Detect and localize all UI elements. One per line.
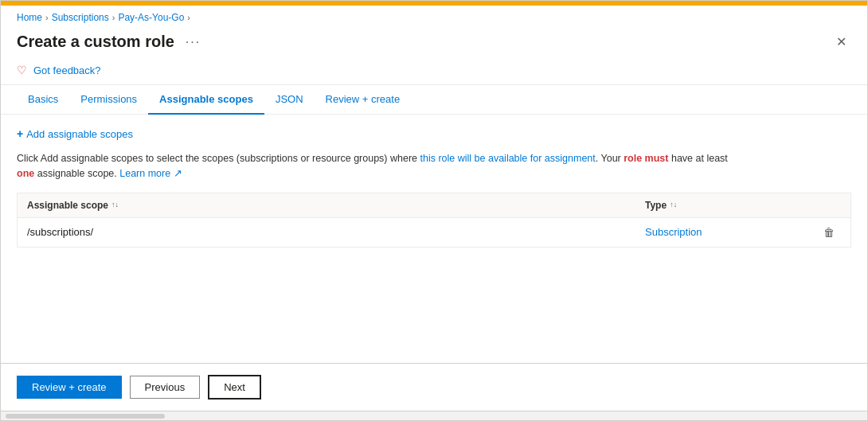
td-scope: /subscriptions/: [18, 218, 635, 247]
th-type: Type ↑↓: [635, 193, 811, 217]
info-text: Click Add assignable scopes to select th…: [17, 151, 733, 181]
header-left: Create a custom role ···: [17, 33, 204, 51]
feedback-bar: ♡ Got feedback?: [1, 59, 867, 84]
breadcrumb-sep-2: ›: [112, 13, 115, 22]
info-highlight-red1: role must: [624, 153, 668, 164]
scrollbar-track: [6, 414, 165, 419]
tabs-bar: Basics Permissions Assignable scopes JSO…: [1, 85, 867, 115]
tab-basics[interactable]: Basics: [17, 85, 69, 115]
td-type: Subscription: [635, 218, 811, 247]
previous-button[interactable]: Previous: [130, 376, 201, 399]
delete-row-button[interactable]: 🗑: [820, 224, 838, 240]
breadcrumb: Home › Subscriptions › Pay-As-You-Go ›: [1, 6, 867, 28]
table-header: Assignable scope ↑↓ Type ↑↓: [18, 193, 850, 218]
breadcrumb-sep-1: ›: [45, 13, 49, 22]
sort-icon-scope[interactable]: ↑↓: [111, 202, 119, 207]
info-highlight-blue: this role will be available for assignme…: [420, 153, 596, 164]
breadcrumb-home[interactable]: Home: [17, 12, 42, 23]
info-text-part4: assignable scope.: [34, 168, 119, 179]
review-create-button[interactable]: Review + create: [17, 376, 122, 399]
horizontal-scrollbar[interactable]: [1, 411, 867, 420]
th-actions: [811, 193, 850, 217]
tab-assignable-scopes[interactable]: Assignable scopes: [148, 85, 264, 115]
page-title: Create a custom role: [17, 33, 174, 51]
next-button[interactable]: Next: [208, 375, 261, 400]
breadcrumb-sep-3: ›: [187, 13, 190, 22]
info-highlight-red2: one: [17, 168, 34, 179]
heart-icon: ♡: [17, 64, 27, 76]
tab-permissions[interactable]: Permissions: [69, 85, 148, 115]
close-button[interactable]: ✕: [831, 31, 851, 53]
footer: Review + create Previous Next: [1, 363, 867, 411]
th-scope: Assignable scope ↑↓: [18, 193, 635, 217]
main-window: Home › Subscriptions › Pay-As-You-Go › C…: [0, 0, 868, 421]
add-scope-label: Add assignable scopes: [26, 128, 133, 140]
info-text-part3: have at least: [668, 153, 727, 164]
table-row: /subscriptions/ Subscription 🗑: [18, 218, 850, 247]
add-assignable-scopes-button[interactable]: + Add assignable scopes: [17, 126, 133, 146]
td-delete: 🗑: [811, 218, 850, 247]
sort-icon-type[interactable]: ↑↓: [670, 202, 677, 207]
header-row: Create a custom role ··· ✕: [1, 28, 867, 59]
tab-review-create[interactable]: Review + create: [315, 85, 412, 115]
breadcrumb-payg[interactable]: Pay-As-You-Go: [118, 12, 184, 23]
feedback-link[interactable]: Got feedback?: [33, 64, 101, 76]
breadcrumb-subscriptions[interactable]: Subscriptions: [52, 12, 109, 23]
ellipsis-button[interactable]: ···: [182, 33, 204, 51]
learn-more-link[interactable]: Learn more ↗: [119, 168, 182, 179]
tab-json[interactable]: JSON: [264, 85, 315, 115]
info-text-part1: Click Add assignable scopes to select th…: [17, 153, 420, 164]
plus-icon: +: [17, 127, 23, 140]
info-text-part2: . Your: [596, 153, 624, 164]
scope-table: Assignable scope ↑↓ Type ↑↓ /subscriptio…: [17, 193, 851, 248]
content-area: + Add assignable scopes Click Add assign…: [1, 115, 867, 363]
